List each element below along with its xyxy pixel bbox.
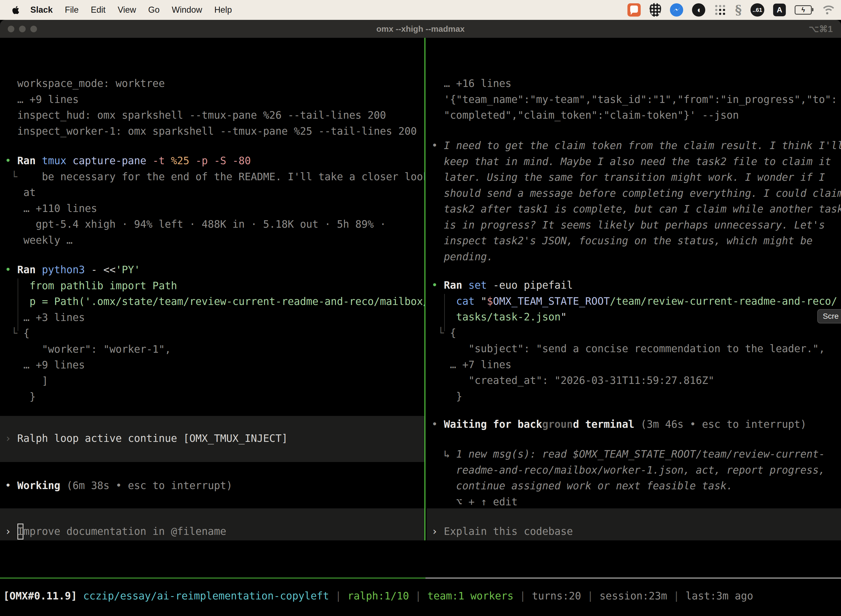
apple-menu[interactable] — [12, 6, 19, 15]
terminal-line: workspace_mode: worktree — [5, 76, 424, 92]
text-segment: … +110 lines — [5, 202, 97, 214]
text-segment: Explain this codebase — [444, 525, 573, 537]
screen: { "menu_bar": { "app": "Slack", "items":… — [0, 0, 841, 616]
text-segment: | — [520, 590, 532, 602]
text-segment: Waiting for back — [444, 418, 542, 430]
close-button[interactable] — [8, 26, 14, 32]
menu-item-help[interactable]: Help — [214, 5, 232, 15]
prompt-box[interactable]: › Explain this codebase — [426, 508, 841, 540]
terminal-line: pending. — [432, 249, 841, 265]
text-segment: • — [5, 480, 18, 491]
grid-icon[interactable] — [714, 4, 726, 16]
text-segment: turns:20 — [532, 590, 587, 602]
menubar-status-icons: ◖ § ..61 A ϟ — [627, 3, 834, 18]
text-segment: " — [561, 311, 567, 323]
squiggle-icon[interactable]: § — [735, 3, 742, 18]
prompt-box[interactable]: › Improve documentation in @filename — [0, 508, 424, 540]
menu-item-view[interactable]: View — [117, 5, 136, 15]
text-segment: › — [432, 525, 444, 537]
text-segment: Working — [18, 480, 66, 491]
terminal-line: … +9 lines — [5, 357, 424, 373]
chat-app-icon[interactable] — [627, 3, 641, 16]
terminal-line: └ be necessary for the end of the README… — [5, 169, 424, 185]
terminal-line: '{"team_name":"my-team","task_id":"1","f… — [432, 92, 841, 108]
terminal-line: inspect_hud: omx sparkshell --tmux-pane … — [5, 107, 424, 123]
menu-item-file[interactable]: File — [65, 5, 79, 15]
text-segment: team:1 workers — [428, 590, 520, 602]
pane-divider-horizontal-left[interactable] — [0, 578, 425, 578]
text-segment: • — [5, 264, 18, 276]
text-segment: - — [91, 264, 104, 276]
text-segment: '{"team_name":"my-team","task_id":"1","f… — [432, 94, 837, 106]
text-segment: is in progress? It seems likely but perh… — [432, 219, 825, 231]
text-segment: " — [481, 295, 487, 307]
minimize-button[interactable] — [19, 26, 26, 32]
text-segment: OMX_TEAM_STATE_ROOT — [493, 295, 610, 307]
text-segment: %25 — [171, 155, 195, 167]
menu-item-edit[interactable]: Edit — [91, 5, 105, 15]
terminal-line: … +16 lines — [432, 76, 841, 92]
menu-bar: Slack FileEditViewGoWindowHelp ◖ § ..61 … — [0, 0, 841, 20]
text-segment: ralph:1/10 — [347, 590, 415, 602]
zoom-button[interactable] — [30, 26, 37, 32]
pane-divider-vertical[interactable] — [424, 38, 425, 540]
text-segment: └ — [432, 327, 450, 339]
output-block: • Working (6m 38s • esc to interrupt) — [0, 478, 424, 494]
text-segment: should send a message before completing … — [432, 188, 841, 199]
text-segment: keep that in mind. Maybe I also need the… — [432, 155, 831, 167]
text-segment: } — [432, 390, 462, 402]
text-segment: (6m 38s • esc to interrupt) — [66, 480, 232, 491]
terminal-line: is in progress? It seems likely but perh… — [432, 217, 841, 233]
text-segment: workspace_mode: worktree — [5, 78, 165, 89]
terminal-line: readme-and-reco/mailbox/worker-1.json, a… — [432, 462, 841, 478]
terminal-line: at — [5, 185, 424, 201]
terminal-line: • Ran python3 - <<'PY' — [5, 262, 424, 278]
pane-divider-horizontal-right[interactable] — [425, 578, 841, 578]
text-segment: • — [5, 155, 18, 167]
menu-item-go[interactable]: Go — [148, 5, 160, 15]
text-segment: weekly … — [5, 234, 73, 246]
terminal-line: • Ran set -euo pipefail — [432, 277, 841, 293]
text-segment: groun — [542, 418, 573, 430]
text-segment: later. Using the same for transition mig… — [432, 172, 825, 183]
terminal-line: └ { — [432, 325, 841, 341]
terminal-line: "completed","claim_token":"claim-token"}… — [432, 107, 841, 123]
text-segment: Ran — [444, 279, 469, 291]
terminal-line: "subject": "send a concise recommendatio… — [432, 341, 841, 357]
text-segment: | — [415, 590, 428, 602]
terminal-line: } — [432, 389, 841, 405]
window-shortcut-hint: ⌥⌘1 — [809, 24, 833, 34]
text-segment: ↳ 1 new msg(s): read $OMX_TEAM_STATE_ROO… — [432, 448, 825, 460]
text-segment: -S — [214, 155, 232, 167]
battery-icon[interactable]: ϟ — [795, 5, 812, 15]
text-segment: • — [432, 418, 444, 430]
text-segment: from pathlib import Path — [5, 280, 177, 292]
menu-app-name[interactable]: Slack — [30, 5, 53, 15]
onepassword-icon[interactable]: ◖ — [692, 3, 705, 16]
text-segment: [OMX#0.11.9] — [3, 590, 84, 602]
badge-61-icon[interactable]: ..61 — [750, 3, 764, 16]
text-segment: Ran — [18, 155, 42, 167]
wifi-icon[interactable] — [820, 5, 834, 15]
terminal-line: • Ran tmux capture-pane -t %25 -p -S -80 — [5, 153, 424, 169]
text-segment: << — [103, 264, 116, 276]
text-segment: mprove documentation in @filename — [23, 525, 226, 537]
text-segment: session:23m — [599, 590, 673, 602]
terminal-line: • I need to get the claim token from the… — [432, 138, 841, 154]
text-segment: readme-and-reco/mailbox/worker-1.json, a… — [432, 464, 825, 476]
terminal-line: … +9 lines — [5, 92, 424, 108]
a-app-icon[interactable]: A — [773, 4, 786, 16]
messenger-icon[interactable] — [670, 3, 683, 16]
text-segment: • — [432, 279, 444, 291]
output-block: … +16 lines '{"team_name":"my-team","tas… — [426, 76, 841, 123]
text-segment: -euo pipefail — [493, 279, 573, 291]
text-segment: … +9 lines — [5, 94, 79, 106]
window-titlebar: omx --xhigh --madmax ⌥⌘1 — [0, 20, 841, 38]
menu-item-window[interactable]: Window — [171, 5, 202, 15]
text-segment: inspect task2's JSON, focusing on the st… — [432, 235, 813, 247]
text-segment: └ — [5, 327, 23, 339]
text-segment: capture-pane — [73, 155, 152, 167]
terminal-line: ↳ 1 new msg(s): read $OMX_TEAM_STATE_ROO… — [432, 446, 841, 462]
shield-icon[interactable] — [649, 3, 661, 17]
text-segment: continue assigned work or next feasible … — [432, 480, 733, 492]
